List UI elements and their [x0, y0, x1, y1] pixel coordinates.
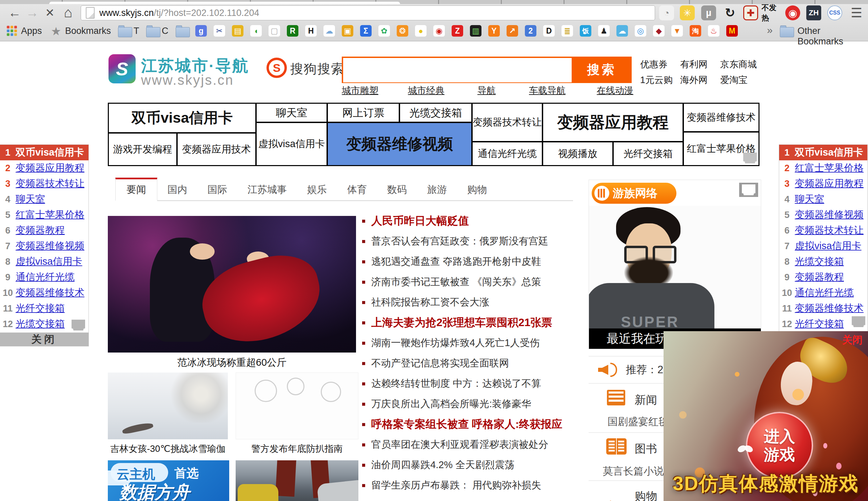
- bookmark-folder-icon[interactable]: [176, 27, 190, 37]
- bookmark-favicon[interactable]: g: [195, 25, 207, 36]
- headline-link[interactable]: 达赖终结转世制度 中方：达赖说了不算: [362, 374, 574, 394]
- rank-link[interactable]: 变频器技术转让: [795, 224, 864, 237]
- other-bookmarks-folder-icon[interactable]: [780, 27, 794, 37]
- headline-link[interactable]: 万庆良所出入高档会所曝光:装修豪华: [362, 394, 574, 414]
- bookmark-favicon[interactable]: ☁: [324, 25, 335, 36]
- ad-close-button[interactable]: 关闭: [842, 333, 862, 347]
- bookmark-favicon[interactable]: ▢: [268, 25, 280, 36]
- rank-link[interactable]: 变频器教程: [15, 224, 65, 237]
- quick-link[interactable]: 京东商城: [720, 58, 760, 71]
- home-button[interactable]: ⌂: [60, 4, 77, 21]
- news-widget-icon[interactable]: [607, 390, 625, 405]
- bookmark-favicon[interactable]: ▤: [232, 25, 243, 36]
- ad-link-cell[interactable]: 变频器技术转让: [473, 104, 542, 141]
- bookmark-favicon[interactable]: Y: [488, 25, 500, 36]
- rank-link[interactable]: 变频器维修技术: [15, 286, 84, 300]
- rank-item[interactable]: 10通信光纤光缆: [779, 285, 867, 301]
- rank-link[interactable]: 光缆交接箱: [795, 255, 844, 268]
- rank-link[interactable]: 变频器应用教程: [795, 177, 864, 191]
- rank-item[interactable]: 3变频器技术转让: [0, 176, 88, 192]
- mu-extension-icon[interactable]: µ: [701, 6, 716, 20]
- rank-item[interactable]: 9通信光纤光缆: [0, 269, 88, 285]
- zh-extension-icon[interactable]: ZH: [806, 6, 821, 20]
- close-rank-button[interactable]: 关闭: [0, 332, 88, 346]
- bookmark-favicon[interactable]: R: [287, 25, 298, 36]
- menu-icon[interactable]: ☰: [849, 6, 864, 20]
- ad-link-cell[interactable]: 双币visa信用卡: [109, 104, 255, 132]
- rank-item[interactable]: 8光缆交接箱: [779, 254, 867, 269]
- rank-item[interactable]: 1双币visa信用卡: [0, 145, 88, 160]
- bookmark-folder-c-label[interactable]: C: [162, 26, 169, 36]
- book-widget-icon[interactable]: [606, 438, 627, 455]
- baidu-paw-badge[interactable]: [739, 183, 758, 197]
- other-bookmarks-label[interactable]: Other Bookmarks: [797, 26, 868, 47]
- headline-link[interactable]: 逃犯遇交通盘查 夺路逃跑开枪射中皮鞋: [362, 252, 574, 272]
- rank-item[interactable]: 11光纤交接箱: [0, 301, 88, 316]
- rank-item[interactable]: 2变频器应用教程: [0, 160, 88, 176]
- rank-item[interactable]: 1双币visa信用卡: [779, 145, 867, 160]
- rank-link[interactable]: 双币visa信用卡: [15, 146, 84, 159]
- rank-item[interactable]: 7变频器维修视频: [0, 238, 88, 254]
- headline-link[interactable]: 留学生亲历卢布暴跌： 用代购弥补损失: [362, 475, 574, 495]
- rank-link[interactable]: 光纤交接箱: [15, 302, 65, 315]
- bookmark-folder-t-icon[interactable]: [118, 27, 132, 37]
- heat-extension-icon[interactable]: 不发热: [762, 6, 783, 20]
- bookmark-folder-t-label[interactable]: T: [134, 26, 139, 36]
- news-tab[interactable]: 娱乐: [297, 179, 337, 200]
- rank-item[interactable]: 2红富士苹果价格: [779, 160, 867, 176]
- sub-story-photo-cartoon[interactable]: [236, 373, 358, 439]
- quick-link[interactable]: 海外网: [680, 74, 720, 86]
- headline-link[interactable]: 油价周四暴跌4.2% 全天剧烈震荡: [362, 455, 574, 475]
- forward-button[interactable]: →: [24, 4, 41, 21]
- bookmark-favicon[interactable]: 淘: [690, 25, 701, 36]
- rank-link[interactable]: 变频器维修技术: [795, 302, 864, 315]
- street-photo[interactable]: [236, 460, 358, 501]
- search-input[interactable]: [342, 57, 572, 83]
- headline-link[interactable]: 人民币昨日大幅贬值: [362, 211, 574, 231]
- ad-link-cell[interactable]: 通信光纤光缆: [473, 142, 542, 165]
- rank-link[interactable]: 变频器教程: [795, 270, 844, 284]
- ad-link-cell[interactable]: 视频播放: [543, 142, 612, 165]
- headline-link[interactable]: 不动产登记信息将实现全面联网: [362, 353, 574, 374]
- rank-link[interactable]: 红富士苹果价格: [795, 161, 864, 175]
- ad-link-cell[interactable]: 虚拟visa信用卡: [257, 123, 327, 165]
- bookmark-favicon[interactable]: ✿: [378, 25, 390, 36]
- bookmark-favicon[interactable]: ≣: [561, 25, 573, 36]
- bookmark-favicon[interactable]: Z: [452, 25, 463, 36]
- news-tab[interactable]: 购物: [457, 179, 497, 200]
- news-tab[interactable]: 旅游: [417, 179, 457, 200]
- bookmark-favicon[interactable]: ▣: [342, 25, 353, 36]
- rank-item[interactable]: 9变频器教程: [779, 269, 867, 285]
- quick-link[interactable]: 优惠券: [640, 58, 680, 71]
- rank-link[interactable]: 变频器维修视频: [15, 239, 84, 253]
- headline-link[interactable]: 普京否认会有宫廷政变：俄罗斯没有宫廷: [362, 231, 574, 252]
- rank-link[interactable]: 通信光纤光缆: [15, 270, 75, 284]
- rank-link[interactable]: 光缆交接箱: [15, 317, 65, 331]
- stop-button[interactable]: ✕: [41, 4, 58, 21]
- bookmarks-star-icon[interactable]: ★: [51, 24, 61, 38]
- book-widget-label[interactable]: 图书: [635, 441, 657, 457]
- ad-link-cell[interactable]: 聊天室: [257, 104, 327, 122]
- rank-item[interactable]: 8虚拟visa信用卡: [0, 254, 88, 269]
- bookmark-favicon[interactable]: ↗: [507, 25, 518, 36]
- sync-extension-icon[interactable]: ↻: [722, 6, 738, 20]
- news-tab[interactable]: 数码: [377, 179, 417, 200]
- ssledge-extension-icon[interactable]: ◔: [659, 6, 674, 20]
- main-story-caption[interactable]: 范冰冰现场称重超60公斤: [108, 356, 356, 370]
- ad-link-cell-highlighted[interactable]: 变频器维修视频: [328, 123, 471, 165]
- bookmark-favicon[interactable]: 2: [525, 25, 537, 36]
- subnav-link[interactable]: 城市经典: [408, 84, 445, 97]
- subnav-link[interactable]: 车载导航: [529, 84, 565, 97]
- rank-link[interactable]: 聊天室: [15, 193, 45, 206]
- sub-story-photo-winter[interactable]: [108, 373, 228, 439]
- ad-link-cell[interactable]: 游戏开发编程: [109, 134, 176, 165]
- enter-game-button[interactable]: 进入 游戏: [746, 412, 813, 479]
- bookmark-favicon[interactable]: ◖: [250, 25, 262, 36]
- bookmark-favicon[interactable]: M: [726, 25, 738, 36]
- cloud-hosting-ad[interactable]: 云主机 首选 数据方舟: [108, 460, 229, 501]
- rank-link[interactable]: 虚拟visa信用卡: [795, 239, 861, 253]
- game-ad-overlay[interactable]: 关闭 进入 游戏 3D仿真体感激情游戏: [664, 331, 868, 501]
- rank-link[interactable]: 变频器技术转让: [15, 177, 84, 191]
- bookmarks-label[interactable]: Bookmarks: [65, 26, 111, 36]
- news-tab[interactable]: 体育: [337, 179, 377, 200]
